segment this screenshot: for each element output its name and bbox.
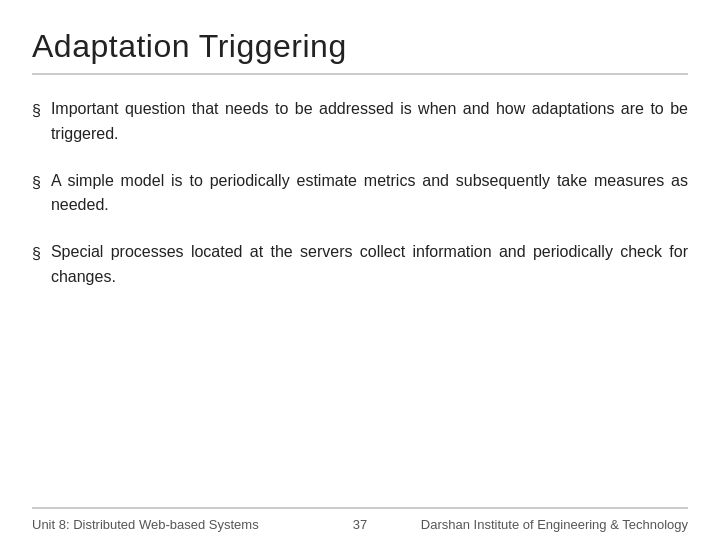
bullet-text-2: A simple model is to periodically estima…	[51, 169, 688, 219]
footer-right-text: Darshan Institute of Engineering & Techn…	[390, 517, 688, 532]
bullet-icon-2: §	[32, 171, 41, 195]
bullet-item-3: § Special processes located at the serve…	[32, 240, 688, 290]
bullet-text-3: Special processes located at the servers…	[51, 240, 688, 290]
slide-container: Adaptation Triggering § Important questi…	[0, 0, 720, 540]
bullet-item-1: § Important question that needs to be ad…	[32, 97, 688, 147]
bullet-icon-3: §	[32, 242, 41, 266]
bullet-icon-1: §	[32, 99, 41, 123]
title-area: Adaptation Triggering	[32, 28, 688, 75]
slide-title: Adaptation Triggering	[32, 28, 688, 65]
bullet-item-2: § A simple model is to periodically esti…	[32, 169, 688, 219]
footer: Unit 8: Distributed Web-based Systems 37…	[32, 507, 688, 540]
footer-left-text: Unit 8: Distributed Web-based Systems	[32, 517, 330, 532]
content-area: § Important question that needs to be ad…	[32, 93, 688, 507]
bullet-text-1: Important question that needs to be addr…	[51, 97, 688, 147]
footer-page-number: 37	[330, 517, 390, 532]
